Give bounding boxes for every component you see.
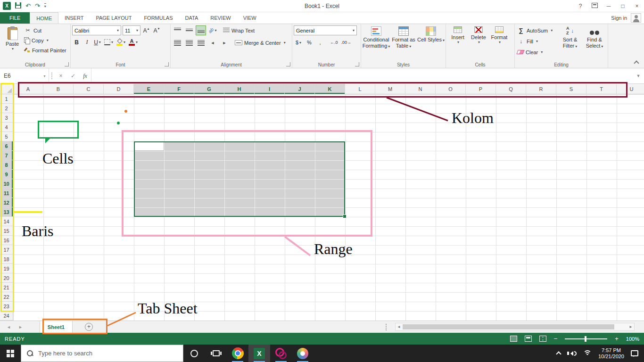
name-box-dropdown-icon[interactable]: ▾ bbox=[41, 68, 49, 83]
clipboard-dialog-launcher[interactable] bbox=[65, 62, 69, 66]
user-avatar-icon[interactable] bbox=[631, 13, 641, 23]
paste-dropdown-icon[interactable]: ▾ bbox=[12, 47, 14, 51]
taskbar-chrome-button[interactable] bbox=[227, 345, 248, 362]
shrink-font-button[interactable]: A▼ bbox=[152, 25, 161, 35]
row-header-17[interactable]: 17 bbox=[0, 245, 13, 255]
align-left-button[interactable] bbox=[172, 38, 182, 48]
ribbon-tab-data[interactable]: DATA bbox=[179, 12, 205, 24]
tray-chevron-up-icon[interactable] bbox=[556, 351, 561, 356]
sheet-tab-sheet1[interactable]: Sheet1 bbox=[40, 321, 73, 333]
row-header-9[interactable]: 9 bbox=[0, 170, 13, 179]
row-header-6[interactable]: 6 bbox=[0, 141, 13, 151]
scroll-left-arrow[interactable]: ◄ bbox=[396, 325, 402, 329]
zoom-slider[interactable] bbox=[565, 338, 607, 339]
wrap-text-button[interactable]: Wrap Text bbox=[223, 28, 255, 33]
ribbon-tab-page-layout[interactable]: PAGE LAYOUT bbox=[90, 12, 138, 24]
row-header-2[interactable]: 2 bbox=[0, 104, 13, 113]
decrease-decimal-button[interactable]: .00→ bbox=[340, 38, 353, 47]
page-layout-view-button[interactable] bbox=[525, 336, 532, 342]
autosum-button[interactable]: ∑ AutoSum▾ bbox=[516, 25, 558, 35]
middle-align-button[interactable] bbox=[184, 25, 194, 35]
row-header-21[interactable]: 21 bbox=[0, 283, 13, 292]
comma-style-button[interactable]: , bbox=[315, 38, 325, 47]
font-size-combo[interactable]: 11▾ bbox=[123, 25, 140, 35]
collapse-ribbon-icon[interactable] bbox=[634, 60, 639, 66]
row-header-15[interactable]: 15 bbox=[0, 226, 13, 236]
column-header-a[interactable]: A bbox=[13, 84, 43, 94]
column-header-f[interactable]: F bbox=[164, 84, 194, 94]
font-size-dropdown-icon[interactable]: ▾ bbox=[136, 28, 138, 33]
orientation-button[interactable]: ab▾ bbox=[207, 25, 218, 35]
borders-dropdown-icon[interactable]: ▾ bbox=[111, 40, 113, 44]
column-header-u[interactable]: U bbox=[617, 84, 644, 94]
column-header-g[interactable]: G bbox=[194, 84, 224, 94]
font-name-dropdown-icon[interactable]: ▾ bbox=[117, 28, 119, 33]
row-header-16[interactable]: 16 bbox=[0, 236, 13, 245]
wifi-icon[interactable] bbox=[583, 350, 592, 356]
fill-handle[interactable] bbox=[343, 214, 347, 218]
underline-button[interactable]: U▾ bbox=[93, 37, 102, 47]
volume-icon[interactable] bbox=[567, 351, 577, 356]
column-header-t[interactable]: T bbox=[586, 84, 617, 94]
bottom-align-button[interactable] bbox=[196, 25, 206, 35]
column-header-r[interactable]: R bbox=[526, 84, 556, 94]
column-header-c[interactable]: C bbox=[74, 84, 104, 94]
row-header-5[interactable]: 5 bbox=[0, 132, 13, 141]
column-header-i[interactable]: I bbox=[255, 84, 285, 94]
horizontal-scrollbar[interactable]: ◄ ► bbox=[395, 323, 635, 331]
row-header-13[interactable]: 13 bbox=[0, 207, 13, 217]
column-header-d[interactable]: D bbox=[104, 84, 134, 94]
column-header-e[interactable]: E bbox=[134, 84, 164, 94]
delete-cells-button[interactable]: Delete ▾ bbox=[468, 25, 489, 61]
row-header-1[interactable]: 1 bbox=[0, 94, 13, 104]
row-header-20[interactable]: 20 bbox=[0, 273, 13, 283]
decrease-indent-button[interactable]: ◄ bbox=[207, 38, 218, 48]
column-header-h[interactable]: H bbox=[224, 84, 255, 94]
cortana-button[interactable] bbox=[183, 345, 205, 362]
insert-function-button[interactable]: fx bbox=[79, 68, 91, 83]
row-header-24[interactable]: 24 bbox=[0, 311, 13, 321]
top-align-button[interactable] bbox=[172, 25, 182, 35]
insert-cells-button[interactable]: Insert ▾ bbox=[447, 25, 468, 61]
column-header-n[interactable]: N bbox=[405, 84, 436, 94]
bold-button[interactable]: B bbox=[72, 37, 81, 47]
zoom-in-button[interactable]: + bbox=[615, 335, 619, 342]
column-header-p[interactable]: P bbox=[466, 84, 496, 94]
formula-input[interactable] bbox=[91, 68, 633, 83]
row-header-10[interactable]: 10 bbox=[0, 179, 13, 189]
ribbon-tab-view[interactable]: VIEW bbox=[237, 12, 263, 24]
action-center-icon[interactable] bbox=[631, 350, 638, 356]
row-header-14[interactable]: 14 bbox=[0, 217, 13, 226]
row-header-11[interactable]: 11 bbox=[0, 189, 13, 198]
align-right-button[interactable] bbox=[196, 38, 206, 48]
grow-font-button[interactable]: A▲ bbox=[142, 25, 151, 35]
select-all-corner[interactable] bbox=[0, 84, 13, 94]
start-button[interactable] bbox=[0, 345, 21, 362]
alignment-dialog-launcher[interactable] bbox=[286, 62, 290, 66]
zoom-slider-thumb[interactable] bbox=[585, 336, 586, 342]
ribbon-tab-home[interactable]: HOME bbox=[30, 12, 58, 24]
row-header-3[interactable]: 3 bbox=[0, 113, 13, 123]
number-format-dropdown-icon[interactable]: ▾ bbox=[353, 28, 355, 33]
font-dialog-launcher[interactable] bbox=[165, 62, 169, 66]
tab-scroll-splitter[interactable] bbox=[386, 324, 387, 330]
paste-button[interactable]: Paste ▾ bbox=[1, 25, 23, 61]
column-header-o[interactable]: O bbox=[436, 84, 466, 94]
column-header-b[interactable]: B bbox=[43, 84, 74, 94]
horizontal-scroll-thumb[interactable] bbox=[403, 324, 614, 329]
taskbar-app2-button[interactable] bbox=[292, 345, 314, 362]
accounting-format-button[interactable]: $▾ bbox=[294, 38, 303, 47]
formula-bar-splitter[interactable] bbox=[49, 68, 55, 83]
column-header-s[interactable]: S bbox=[556, 84, 586, 94]
previous-sheet-arrow[interactable]: ◄ bbox=[7, 325, 11, 329]
borders-button[interactable]: ▾ bbox=[103, 37, 114, 47]
name-box[interactable]: E6 bbox=[0, 68, 41, 83]
sign-in-link[interactable]: Sign in bbox=[611, 15, 627, 21]
row-header-18[interactable]: 18 bbox=[0, 255, 13, 264]
row-header-4[interactable]: 4 bbox=[0, 123, 13, 132]
zoom-out-button[interactable]: − bbox=[554, 335, 558, 342]
search-input[interactable] bbox=[38, 350, 183, 357]
column-header-k[interactable]: K bbox=[315, 84, 345, 94]
fill-color-dropdown-icon[interactable]: ▾ bbox=[124, 40, 125, 44]
row-header-22[interactable]: 22 bbox=[0, 292, 13, 302]
